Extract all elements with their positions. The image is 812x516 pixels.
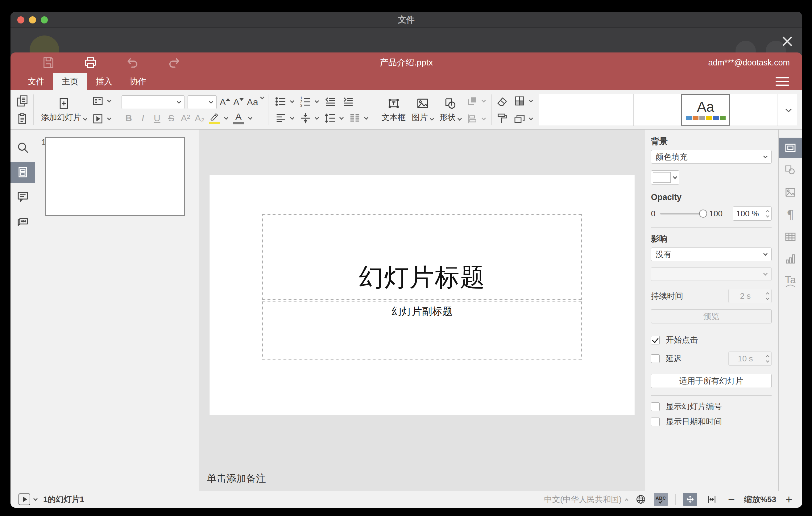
- theme-thumbnail[interactable]: [539, 94, 586, 125]
- insert-shape-button[interactable]: 形状: [437, 95, 464, 124]
- effect-select[interactable]: 没有: [651, 248, 772, 261]
- sidebar-search-button[interactable]: [10, 137, 35, 158]
- opacity-input[interactable]: 100 %: [733, 206, 772, 221]
- table-settings-tab[interactable]: [779, 227, 802, 247]
- font-size-select[interactable]: [187, 95, 216, 109]
- color-scheme-icon: [513, 95, 526, 107]
- hamburger-menu-icon[interactable]: [776, 73, 789, 90]
- italic-button[interactable]: I: [136, 113, 150, 123]
- arrange-shapes-button[interactable]: [464, 94, 487, 108]
- tab-collaboration[interactable]: 协作: [121, 73, 155, 90]
- bold-button[interactable]: B: [121, 113, 136, 123]
- zoom-out-button[interactable]: −: [726, 493, 737, 505]
- minimize-window-button[interactable]: [29, 16, 36, 24]
- sidebar-slides-button[interactable]: [10, 162, 35, 183]
- theme-gallery-expand-button[interactable]: [777, 94, 797, 125]
- start-slideshow-status-button[interactable]: [19, 493, 30, 505]
- sidebar-chat-button[interactable]: [10, 211, 35, 232]
- textart-settings-tab[interactable]: Ta: [779, 271, 802, 291]
- duration-input[interactable]: 2 s: [728, 289, 772, 303]
- bullet-list-button[interactable]: [273, 95, 295, 108]
- start-on-click-checkbox[interactable]: [651, 336, 660, 344]
- fill-type-select[interactable]: 颜色填充: [651, 150, 772, 164]
- zoom-in-button[interactable]: +: [784, 493, 794, 505]
- notes-area[interactable]: 单击添加备注: [199, 466, 645, 491]
- slide[interactable]: 幻灯片标题 幻灯片副标题: [209, 175, 635, 415]
- font-name-select[interactable]: [121, 95, 184, 109]
- decrease-indent-button[interactable]: [322, 95, 338, 108]
- opacity-slider[interactable]: [660, 213, 700, 214]
- insert-image-button[interactable]: 图片: [409, 95, 437, 124]
- increase-indent-button[interactable]: [340, 95, 356, 108]
- show-slide-number-checkbox[interactable]: [651, 402, 660, 411]
- preview-button[interactable]: 预览: [651, 309, 772, 323]
- show-date-time-checkbox[interactable]: [651, 418, 660, 426]
- paste-icon[interactable]: [16, 112, 29, 125]
- subtitle-placeholder[interactable]: 幻灯片副标题: [262, 301, 582, 360]
- close-window-button[interactable]: [17, 16, 24, 24]
- increase-font-button[interactable]: A: [220, 97, 230, 107]
- apply-to-all-slides-button[interactable]: 适用于所有幻灯片: [651, 374, 772, 388]
- save-icon[interactable]: [41, 56, 56, 70]
- slide-settings-tab[interactable]: [779, 138, 802, 158]
- copy-style-icon[interactable]: [496, 112, 509, 124]
- print-icon[interactable]: [83, 56, 97, 70]
- zoom-level: 缩放%53: [744, 494, 776, 505]
- line-spacing-button[interactable]: [322, 111, 345, 125]
- slide-thumbnail[interactable]: [45, 137, 185, 216]
- paragraph-settings-tab[interactable]: ¶: [779, 204, 802, 225]
- shape-settings-tab[interactable]: [779, 160, 802, 180]
- theme-thumbnail-selected[interactable]: Aa: [681, 94, 730, 125]
- slide-subtitle-text: 幻灯片副标题: [392, 305, 453, 318]
- opacity-slider-knob[interactable]: [699, 209, 707, 218]
- maximize-window-button[interactable]: [41, 16, 48, 24]
- traffic-lights: [17, 16, 48, 24]
- set-language-globe-icon[interactable]: [635, 494, 646, 505]
- spellcheck-toggle[interactable]: ABC: [654, 493, 668, 506]
- delay-checkbox[interactable]: [651, 354, 660, 363]
- close-editor-button[interactable]: [781, 34, 794, 48]
- highlight-color-button[interactable]: [207, 112, 222, 124]
- clear-style-icon[interactable]: [496, 95, 509, 108]
- opacity-spinner[interactable]: [766, 207, 769, 220]
- align-shapes-button[interactable]: [464, 112, 487, 125]
- theme-thumbnail[interactable]: [586, 94, 634, 125]
- change-layout-button[interactable]: [90, 94, 113, 108]
- duration-spinner[interactable]: [766, 289, 769, 303]
- numbered-list-button[interactable]: 123: [297, 95, 320, 108]
- redo-icon[interactable]: [167, 56, 181, 70]
- theme-thumbnail[interactable]: [730, 94, 777, 125]
- tab-insert[interactable]: 插入: [87, 73, 121, 90]
- decrease-font-button[interactable]: A: [233, 97, 244, 107]
- delay-input[interactable]: 10 s: [728, 351, 772, 366]
- columns-button[interactable]: [347, 111, 370, 125]
- horizontal-align-button[interactable]: [273, 111, 295, 125]
- title-placeholder[interactable]: 幻灯片标题: [262, 214, 582, 300]
- image-settings-tab[interactable]: [779, 182, 802, 202]
- insert-textbox-button[interactable]: 文本框: [379, 95, 409, 124]
- vertical-align-button[interactable]: [297, 111, 320, 125]
- superscript-button[interactable]: A²: [178, 113, 193, 123]
- copy-icon[interactable]: [16, 94, 29, 108]
- change-case-button[interactable]: Aa: [247, 97, 264, 107]
- underline-button[interactable]: U: [150, 113, 164, 123]
- slide-size-button[interactable]: [512, 112, 534, 125]
- color-scheme-button[interactable]: [512, 94, 534, 108]
- language-select[interactable]: 中文(中华人民共和国): [544, 494, 628, 505]
- sidebar-comments-button[interactable]: [10, 187, 35, 207]
- font-color-button[interactable]: A: [231, 112, 246, 124]
- tab-file[interactable]: 文件: [19, 73, 53, 90]
- tab-home[interactable]: 主页: [53, 73, 87, 90]
- fit-to-width-button[interactable]: [705, 493, 719, 506]
- effect-option-select[interactable]: [651, 267, 772, 281]
- add-slide-button[interactable]: 添加幻灯片: [38, 95, 90, 124]
- start-slideshow-button[interactable]: [90, 112, 113, 125]
- theme-thumbnail[interactable]: [634, 94, 681, 125]
- fill-color-picker[interactable]: [651, 170, 679, 184]
- chart-settings-tab[interactable]: [779, 249, 802, 269]
- strikethrough-button[interactable]: S: [164, 113, 178, 123]
- subscript-button[interactable]: A₂: [193, 113, 207, 123]
- delay-spinner[interactable]: [766, 352, 769, 365]
- fit-to-slide-button[interactable]: [683, 493, 697, 506]
- undo-icon[interactable]: [125, 56, 140, 70]
